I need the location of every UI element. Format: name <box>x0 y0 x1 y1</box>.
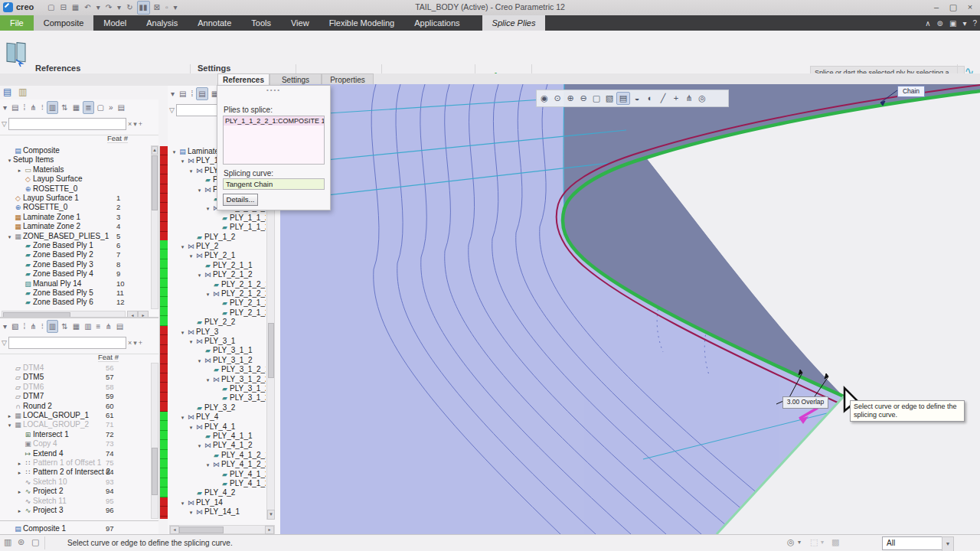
tree-item[interactable]: ▰Zone Based Ply 511 <box>2 288 150 298</box>
tree-item[interactable]: ▸∿Project 294 <box>2 486 150 496</box>
tab-applications[interactable]: Applications <box>404 15 469 31</box>
shade-icon[interactable]: ◐ <box>644 92 656 105</box>
tree-item[interactable]: ▰Zone Based Ply 16 <box>2 240 150 250</box>
tree-item[interactable]: ▾⋈PLY_3_1 <box>168 336 266 346</box>
plies-list-item[interactable]: PLY_1_1_2_2_1:COMPOSITE 1:TAIL_ <box>224 116 324 126</box>
tree-item[interactable]: ▾Setup Items <box>2 155 150 165</box>
named-views-icon[interactable]: ▧ <box>603 92 616 105</box>
tree-item[interactable]: ▰PLY_2_1_2_1 <box>168 279 266 289</box>
tree-item[interactable]: ▤Composite <box>2 145 150 155</box>
tree-item[interactable]: ∿Sketch 1195 <box>2 496 150 506</box>
tree-item[interactable]: ▰PLY_4_1_2_2_2 <box>168 478 266 488</box>
layers-icon[interactable]: ▤ <box>10 102 20 113</box>
tree-item[interactable]: ▨Manual Ply 1410 <box>2 279 150 289</box>
tree-item[interactable]: ⊕ROSETTE_0 <box>2 184 150 194</box>
tree-item[interactable]: ▰Zone Based Ply 27 <box>2 249 150 259</box>
nav-model-tree-tab-icon[interactable]: ▤ <box>3 86 11 97</box>
tree-item[interactable]: ▾⋈PLY_14_1 <box>168 507 266 517</box>
tree-item[interactable]: ▰PLY_2_1_2_2_1 <box>168 298 266 308</box>
section-icon[interactable]: ◒ <box>631 92 643 105</box>
layers-icon[interactable]: ▤ <box>196 87 207 100</box>
dropdown-icon[interactable]: ▾ <box>133 120 137 128</box>
tree-item[interactable]: ▰PLY_4_2 <box>168 487 266 497</box>
tree-item[interactable]: ▾⋈PLY_3 <box>168 327 266 337</box>
layers-icon[interactable]: ▧ <box>10 321 20 332</box>
plus-icon[interactable]: + <box>139 120 142 128</box>
tab-view[interactable]: View <box>281 15 319 31</box>
dropdown-icon[interactable]: ▾ <box>962 19 966 28</box>
composite-footer-row[interactable]: ▤Composite 197 <box>2 523 155 534</box>
plus-icon[interactable]: + <box>139 339 142 347</box>
close-icon[interactable]: × <box>962 0 978 14</box>
tree-item[interactable]: ⊕ROSETTE_02 <box>2 202 150 212</box>
tree-item[interactable]: ∿Sketch 1093 <box>2 477 150 487</box>
tree-item[interactable]: ▾⋈PLY_2 <box>168 241 266 251</box>
tree-item[interactable]: ▰PLY_2_2 <box>168 317 266 327</box>
search-icon[interactable]: ⊚ <box>937 19 943 28</box>
laminate-stack-icon[interactable]: ▤ <box>178 88 188 99</box>
datum-display-icon[interactable]: + <box>670 92 682 105</box>
tree-item[interactable]: ▰PLY_4_1_1 <box>168 431 266 441</box>
zoom-in-icon[interactable]: ⊕ <box>564 92 577 105</box>
tree-item[interactable]: ▰PLY_1_1_2_2_1 <box>168 213 266 223</box>
redraw-icon[interactable]: ⊙ <box>551 92 564 105</box>
tree-nodes-icon[interactable]: ⋔ <box>28 321 38 332</box>
tree-item[interactable]: ⊞Intersect 172 <box>2 429 150 439</box>
chevrons-icon[interactable]: » <box>107 102 115 113</box>
dropdown-icon[interactable]: ▾ <box>2 321 8 332</box>
expand-icon[interactable]: ≡ <box>95 321 103 332</box>
model-tree-vscrollbar[interactable]: ▲ <box>151 145 158 309</box>
tree-item[interactable]: ▾⋈PLY_2_1_2 <box>168 269 266 279</box>
tab-composite[interactable]: Composite <box>34 15 94 31</box>
tab-file[interactable]: File <box>0 15 34 31</box>
tab-references[interactable]: References <box>217 73 270 86</box>
display-style-icon[interactable]: ▤ <box>616 92 630 105</box>
dropdown-icon[interactable]: ▾ <box>2 102 8 113</box>
tree-item[interactable]: ▾⋈PLY_4_1_2_2 <box>168 459 266 469</box>
tree-item[interactable]: ▾⋈PLY_4_1 <box>168 422 266 432</box>
dots-icon[interactable]: ⁞ <box>189 88 194 99</box>
feature-tree-vscrollbar[interactable] <box>151 363 158 519</box>
find-icon[interactable]: ◎ <box>787 537 795 547</box>
tree-item[interactable]: ▾⋈PLY_2_1_2_2 <box>168 289 266 298</box>
tree-item[interactable]: ▰PLY_1_2 <box>168 232 266 242</box>
refit-icon[interactable]: ▢ <box>590 92 603 105</box>
status-tree-icon[interactable]: ▥ <box>4 537 11 547</box>
select-filter-icon[interactable]: ◉ <box>538 92 550 105</box>
tree-item[interactable]: ▾⋈PLY_4_1_2 <box>168 440 266 450</box>
tree-item[interactable]: ▰PLY_3_2 <box>168 403 266 412</box>
feature-tree-filter-input[interactable] <box>8 337 126 349</box>
page-icon[interactable]: ▤ <box>115 321 125 332</box>
annotation-display-icon[interactable]: ⋔ <box>683 92 695 105</box>
tree-nodes-icon[interactable]: ⋔ <box>28 102 38 113</box>
tree-item[interactable]: ▾⋈PLY_3_1_2_2 <box>168 374 266 384</box>
status-web-icon[interactable]: ⊚ <box>18 537 24 547</box>
tree-item[interactable]: ▣Copy 473 <box>2 439 150 448</box>
settings-display-icon[interactable]: ≣ <box>83 101 93 114</box>
tree-item[interactable]: ▰PLY_4_1_2_2_1 <box>168 469 266 479</box>
tree-item[interactable]: ▰PLY_1_1_2_2_2 <box>168 222 266 232</box>
tree-item[interactable]: ▱DTM759 <box>2 391 150 401</box>
expand-icon[interactable]: ▸ <box>16 506 23 516</box>
details-button[interactable]: Details... <box>223 194 258 206</box>
page-icon[interactable]: ▤ <box>116 102 126 113</box>
tree-item[interactable]: ▾⋈PLY_4 <box>168 412 266 422</box>
tree-item[interactable]: ▤Composite 197 <box>2 523 155 533</box>
panel-curve-field[interactable]: Tangent Chain <box>223 178 325 190</box>
table-icon[interactable]: ▦ <box>71 102 81 113</box>
status-doc-icon[interactable]: ▢ <box>31 537 39 547</box>
tab-splice-plies[interactable]: Splice Plies <box>482 15 546 31</box>
minimize-icon[interactable]: – <box>928 0 945 14</box>
tree-item[interactable]: ▰PLY_3_1_2_1 <box>168 364 266 374</box>
tree-item[interactable]: ▰PLY_14_1_1 <box>168 517 266 518</box>
dropdown-icon[interactable]: ▾ <box>133 339 137 347</box>
tree-item[interactable]: ▰Zone Based Ply 38 <box>2 259 150 269</box>
doc-icon[interactable]: ▢ <box>96 102 106 113</box>
clear-icon[interactable]: × <box>128 339 132 347</box>
selection-filter-combo[interactable]: All <box>882 536 947 550</box>
tree-item[interactable]: ▰Zone Based Ply 49 <box>2 269 150 279</box>
tree-item[interactable]: ▰PLY_2_1_1 <box>168 260 266 270</box>
list-icon[interactable]: ⁝ <box>40 102 45 113</box>
filter2-icon[interactable]: ⋔ <box>103 321 113 332</box>
clear-icon[interactable]: × <box>128 120 132 128</box>
